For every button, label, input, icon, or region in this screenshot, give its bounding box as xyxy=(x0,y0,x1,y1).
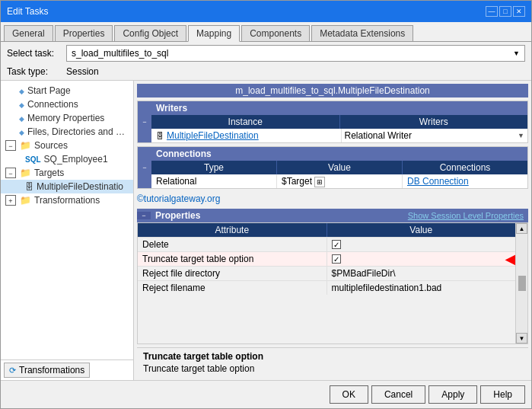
tree-item-connections[interactable]: Connections xyxy=(1,97,133,111)
prop-attr-truncate: Truncate target table option xyxy=(138,252,327,266)
bottom-button-bar: OK Cancel Apply Help xyxy=(1,380,531,408)
tree-label-sq-employee1: SQ_Employee1 xyxy=(44,154,108,165)
connections-title: Connections xyxy=(151,147,527,161)
maximize-button[interactable]: □ xyxy=(499,6,511,17)
writers-cell-writers: Relational Writer ▼ xyxy=(341,129,528,142)
tab-components[interactable]: Components xyxy=(241,25,310,41)
connections-cell-type: Relational xyxy=(151,174,276,188)
transformations-expand-icon[interactable]: + xyxy=(5,195,16,206)
connections-value-btn[interactable]: ⊞ xyxy=(314,177,325,187)
select-task-row: Select task: s_load_multifiles_to_sql ▼ xyxy=(1,42,531,65)
tab-bar: General Properties Config Object Mapping… xyxy=(1,22,531,42)
sources-folder-icon: 📁 xyxy=(20,140,31,151)
close-button[interactable]: ✕ xyxy=(513,6,525,17)
connections-collapse-btn[interactable]: − xyxy=(138,147,151,188)
select-task-label: Select task: xyxy=(7,48,60,59)
scroll-track xyxy=(516,234,527,333)
tab-general[interactable]: General xyxy=(4,25,53,41)
properties-col-headers: Attribute Value xyxy=(138,223,515,237)
prop-row-reject-filename: Reject filename multiplefiledestination1… xyxy=(138,280,515,295)
writers-cell-instance: 🗄 MultipleFileDestination xyxy=(151,129,341,142)
red-arrow-icon: ◀ xyxy=(505,250,515,268)
help-button[interactable]: Help xyxy=(480,385,525,404)
cancel-button[interactable]: Cancel xyxy=(371,385,425,404)
title-bar: Edit Tasks — □ ✕ xyxy=(1,1,531,22)
title-bar-buttons: — □ ✕ xyxy=(486,6,525,17)
tree-item-sq-employee1[interactable]: SQL SQ_Employee1 xyxy=(1,152,133,166)
writers-col-headers: Instance Writers xyxy=(151,115,527,129)
tree-item-start-page[interactable]: Start Page xyxy=(1,84,133,97)
prop-value-delete[interactable] xyxy=(327,238,516,251)
writers-col-writers: Writers xyxy=(339,115,528,129)
connections-col-value: Value xyxy=(276,161,402,174)
tree-item-multiple-file-destination[interactable]: 🗄 MultipleFileDestinatio xyxy=(1,180,133,193)
tree-item-memory-properties[interactable]: Memory Properties xyxy=(1,111,133,125)
left-tree-panel: Start Page Connections Memory Properties… xyxy=(1,81,134,359)
writers-data-row: 🗄 MultipleFileDestination Relational Wri… xyxy=(151,129,527,142)
tree-item-sources[interactable]: − 📁 Sources xyxy=(1,139,133,152)
scroll-thumb[interactable] xyxy=(518,276,526,291)
tree-item-files-directories[interactable]: Files, Directories and Com xyxy=(1,125,133,139)
properties-title: Properties xyxy=(151,209,403,222)
select-task-dropdown[interactable]: s_load_multifiles_to_sql ▼ xyxy=(66,45,525,62)
properties-table: Attribute Value Delete Truncate t xyxy=(138,223,515,343)
select-task-value: s_load_multifiles_to_sql xyxy=(72,48,168,59)
sql-icon: SQL xyxy=(25,155,41,164)
transformations-folder-icon: 📁 xyxy=(20,195,31,206)
targets-folder-icon: 📁 xyxy=(20,168,31,178)
connections-section: − Connections Type Value Connections Rel… xyxy=(137,146,528,189)
ok-button[interactable]: OK xyxy=(330,385,368,404)
writers-collapse-btn[interactable]: − xyxy=(138,101,151,142)
tree-label-sources: Sources xyxy=(34,140,68,151)
bottom-info-description: Truncate target table option xyxy=(143,363,522,374)
writers-value: Relational Writer xyxy=(345,130,412,141)
prop-attr-reject-filename: Reject filename xyxy=(138,281,327,295)
tree-label-files: Files, Directories and Com xyxy=(27,126,130,137)
truncate-checkbox[interactable] xyxy=(332,254,341,264)
bottom-info-title: Truncate target table option xyxy=(143,351,522,362)
diamond-icon xyxy=(19,113,24,123)
properties-header: − Properties Show Session Level Properti… xyxy=(137,209,528,222)
minimize-button[interactable]: — xyxy=(486,6,498,17)
transformations-btn-label: Transformations xyxy=(19,365,84,375)
task-type-label: Task type: xyxy=(7,66,60,77)
window-title: Edit Tasks xyxy=(7,6,48,17)
section-header: m_load_multifiles_to_sql.MultipleFileDes… xyxy=(137,84,528,97)
diamond-icon xyxy=(19,99,24,110)
bottom-info: Truncate target table option Truncate ta… xyxy=(137,347,528,377)
tab-mapping[interactable]: Mapping xyxy=(188,25,240,42)
edit-tasks-window: Edit Tasks — □ ✕ General Properties Conf… xyxy=(0,0,532,409)
tree-label-connections: Connections xyxy=(27,99,78,110)
tree-item-transformations[interactable]: + 📁 Transformations xyxy=(1,193,133,207)
prop-row-delete: Delete xyxy=(138,237,515,251)
tree-item-targets[interactable]: − 📁 Targets xyxy=(1,166,133,180)
connections-cell-value: $Target ⊞ xyxy=(276,174,402,188)
right-panel: m_load_multifiles_to_sql.MultipleFileDes… xyxy=(134,81,531,380)
tab-metadata-extensions[interactable]: Metadata Extensions xyxy=(311,25,413,41)
sources-expand-icon[interactable]: − xyxy=(5,140,16,151)
connections-cell-connection[interactable]: DB Connection xyxy=(402,174,527,188)
main-content: Start Page Connections Memory Properties… xyxy=(1,80,531,380)
apply-button[interactable]: Apply xyxy=(428,385,477,404)
scroll-up-btn[interactable]: ▲ xyxy=(516,223,527,234)
writer-instance-link[interactable]: MultipleFileDestination xyxy=(167,130,259,141)
prop-value-reject-dir: $PMBadFileDir\ xyxy=(327,267,516,280)
properties-collapse-btn[interactable]: − xyxy=(137,212,151,219)
connections-col-connections: Connections xyxy=(402,161,527,174)
target-icon: 🗄 xyxy=(25,182,33,191)
writers-section: − Writers Instance Writers 🗄 MultipleFil… xyxy=(137,101,528,143)
scroll-down-btn[interactable]: ▼ xyxy=(516,333,527,343)
show-session-level-link[interactable]: Show Session Level Properties xyxy=(403,209,528,222)
tree-label-memory-properties: Memory Properties xyxy=(27,113,104,123)
targets-expand-icon[interactable]: − xyxy=(5,168,16,178)
writers-dropdown-icon[interactable]: ▼ xyxy=(518,132,524,139)
prop-value-truncate[interactable]: ◀ xyxy=(327,252,516,266)
writers-title: Writers xyxy=(151,101,527,115)
tab-properties[interactable]: Properties xyxy=(55,25,113,41)
diamond-icon xyxy=(19,85,24,96)
tab-config-object[interactable]: Config Object xyxy=(114,25,186,41)
prop-row-reject-dir: Reject file directory $PMBadFileDir\ xyxy=(138,266,515,280)
prop-attr-delete: Delete xyxy=(138,238,327,251)
transformations-button[interactable]: ⟳ Transformations xyxy=(4,363,90,378)
delete-checkbox[interactable] xyxy=(332,240,341,249)
